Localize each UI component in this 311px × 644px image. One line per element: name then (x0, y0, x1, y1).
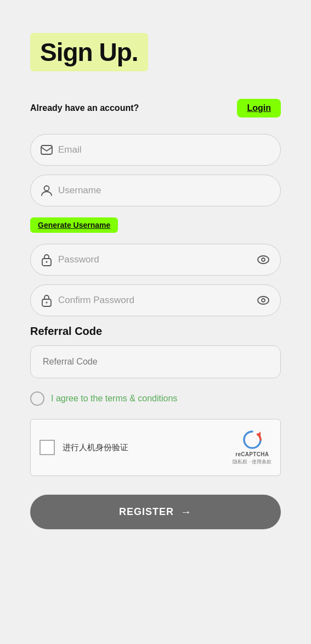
page-container: Sign Up. Already have an account? Login … (0, 0, 311, 644)
lock-confirm-icon (40, 294, 53, 307)
page-title: Sign Up. (40, 37, 138, 67)
username-field[interactable] (30, 175, 281, 206)
svg-point-7 (46, 302, 48, 304)
login-row: Already have an account? Login (30, 99, 281, 117)
recaptcha-links: 隐私权 · 使用条款 (233, 458, 272, 466)
terms-row: I agree to the terms & conditions (30, 391, 281, 406)
svg-point-8 (258, 296, 269, 304)
confirm-password-field[interactable] (30, 284, 281, 316)
email-field[interactable] (30, 134, 281, 166)
username-input-group (30, 175, 281, 206)
password-input-group (30, 244, 281, 276)
recaptcha-label: reCAPTCHA (235, 451, 269, 457)
password-field[interactable] (30, 244, 281, 276)
generate-username-button[interactable]: Generate Username (30, 217, 118, 233)
confirm-password-input-group (30, 284, 281, 316)
recaptcha-icon (242, 429, 263, 450)
referral-code-field[interactable] (30, 345, 281, 378)
captcha-right: reCAPTCHA 隐私权 · 使用条款 (233, 429, 272, 466)
captcha-left: 进行人机身份验证 (39, 440, 128, 455)
lock-icon (40, 253, 53, 266)
referral-code-label: Referral Code (30, 325, 281, 338)
password-toggle-icon[interactable] (256, 252, 271, 267)
login-button[interactable]: Login (237, 99, 281, 117)
register-label: REGISTER (119, 506, 174, 518)
confirm-password-toggle-icon[interactable] (256, 293, 271, 308)
svg-point-4 (258, 256, 269, 264)
svg-point-1 (44, 186, 49, 191)
register-arrow-icon: → (180, 506, 192, 518)
terms-checkbox[interactable] (30, 391, 44, 406)
email-icon (40, 143, 53, 156)
svg-point-3 (46, 261, 48, 263)
captcha-checkbox[interactable] (39, 440, 55, 455)
already-have-account-text: Already have an account? (30, 103, 139, 113)
email-input-group (30, 134, 281, 166)
svg-rect-0 (41, 145, 52, 154)
captcha-text: 进行人机身份验证 (63, 443, 128, 453)
svg-point-9 (262, 299, 265, 302)
title-wrapper: Sign Up. (30, 33, 148, 71)
terms-text: I agree to the terms & conditions (51, 394, 177, 404)
svg-point-5 (262, 258, 265, 261)
user-icon (40, 184, 53, 197)
register-button[interactable]: REGISTER → (30, 495, 281, 529)
captcha-box[interactable]: 进行人机身份验证 reCAPTCHA 隐私权 · 使用条款 (30, 419, 281, 476)
